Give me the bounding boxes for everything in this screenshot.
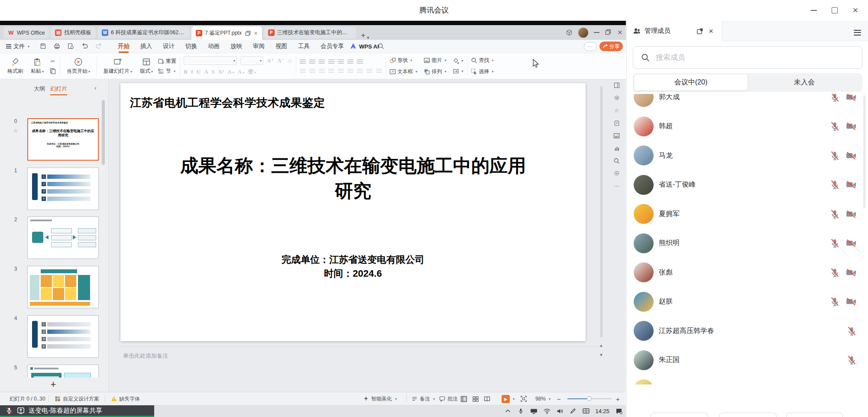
zoom-in-button[interactable]: + (616, 392, 620, 405)
reset-button[interactable]: 重置 (158, 58, 176, 65)
target-icon[interactable] (613, 170, 620, 177)
menu-item-0[interactable]: 开始 (118, 40, 130, 53)
play-from-page-button[interactable]: 当页开始▾ (64, 57, 93, 76)
paragraph-tool-icon[interactable] (338, 58, 344, 65)
print-preview-icon[interactable] (68, 43, 74, 50)
tab-list-icon[interactable]: ▾ (367, 36, 369, 40)
document-tab[interactable]: W6 科技成果鉴定书水印版0620(2).doc (97, 27, 190, 39)
wps-close-icon[interactable]: × (618, 28, 622, 37)
view-reading-icon[interactable] (483, 395, 491, 403)
slide-thumbnail-3[interactable] (27, 266, 99, 308)
mic-muted-icon[interactable] (829, 209, 840, 220)
paragraph-tool-icon[interactable] (319, 58, 325, 65)
tab-outline[interactable]: 大纲 (34, 85, 45, 93)
member-search-box[interactable] (633, 46, 862, 69)
member-list-scrollbar[interactable] (863, 95, 865, 208)
share-button[interactable]: 分享 (599, 42, 623, 51)
font-style-icon[interactable]: I (191, 68, 193, 75)
undo-icon[interactable] (81, 43, 88, 50)
mic-muted-icon[interactable] (829, 296, 840, 307)
mic-muted-icon[interactable] (846, 384, 857, 385)
font-style-icon[interactable]: B (184, 68, 188, 75)
slide-thumbnail-5[interactable] (27, 365, 99, 378)
member-row[interactable]: 夏拥军 (627, 204, 868, 224)
minimize-button[interactable] (804, 0, 824, 21)
new-slide-button[interactable]: 新建幻灯片▾ (100, 57, 135, 76)
paragraph-tool-icon[interactable] (319, 68, 325, 74)
member-row[interactable]: 朱正国 (627, 350, 868, 370)
zoom-level[interactable]: 98%▾ (535, 392, 551, 405)
member-row[interactable]: 赵朕 (627, 292, 868, 312)
design-scheme-button[interactable]: 自定义设计方案 (55, 392, 99, 405)
camera-off-icon[interactable] (845, 296, 857, 307)
lookup-icon[interactable] (613, 157, 620, 164)
mic-muted-icon[interactable] (846, 355, 857, 365)
menu-item-4[interactable]: 动画 (208, 40, 220, 53)
font-style-icon[interactable]: A (204, 68, 208, 75)
zoom-slider-knob[interactable] (587, 396, 592, 401)
paste-button[interactable]: 粘贴▾ (28, 57, 47, 76)
tray-clock[interactable]: 14:25 (595, 408, 609, 414)
font-style-icon[interactable]: X² (218, 68, 224, 75)
add-slide-button[interactable]: + (48, 379, 59, 390)
camera-off-icon[interactable] (845, 267, 857, 278)
paragraph-tool-icon[interactable] (357, 68, 363, 74)
previous-slide-icon[interactable]: ▴ (598, 343, 604, 349)
member-row[interactable]: 郭大成 (627, 94, 868, 107)
textbox-button[interactable]: A文本框▾ (389, 68, 418, 75)
tray-wifi-icon[interactable] (543, 407, 551, 415)
member-row[interactable]: 宗亮 (627, 379, 868, 385)
view-sorter-icon[interactable] (472, 395, 479, 403)
search-input[interactable] (655, 53, 839, 62)
layout-button[interactable]: 版式▾ (137, 57, 156, 76)
popout-icon[interactable] (696, 28, 703, 35)
member-row[interactable]: 江苏超高压韩学春 (627, 321, 868, 341)
arrange-button[interactable]: 排列▾ (424, 68, 447, 75)
member-row[interactable]: 张彪 (627, 262, 868, 282)
decrease-font-icon[interactable]: A⁻ (277, 57, 284, 64)
camera-off-icon[interactable] (845, 150, 857, 161)
close-button[interactable]: × (845, 0, 865, 21)
panel-tab-manage-members[interactable]: 管理成员 × (627, 21, 722, 41)
tray-ime-icon[interactable] (582, 407, 589, 415)
image-tool-icon[interactable] (613, 132, 620, 139)
tray-expand-icon[interactable] (504, 407, 512, 415)
slide-canvas[interactable]: 江苏省电机工程学会科学技术成果鉴定 成果名称：三维技术在输变电施工中的应用 研究… (120, 83, 586, 341)
menu-item-7[interactable]: 视图 (275, 40, 287, 53)
menu-item-3[interactable]: 切换 (185, 40, 197, 53)
panel-icon[interactable] (613, 82, 620, 89)
tray-pen-icon[interactable] (569, 407, 577, 415)
fit-screen-icon[interactable] (520, 395, 527, 403)
tab-not-joined[interactable]: 未入会 (748, 74, 861, 91)
zoom-out-button[interactable]: − (557, 392, 561, 405)
panel-menu-icon[interactable] (854, 28, 861, 37)
star-icon[interactable]: ☆ (613, 107, 620, 114)
notes-placeholder[interactable]: 单击此处添加备注 (123, 352, 168, 360)
slide-thumbnail-2[interactable] (27, 217, 99, 259)
paragraph-tool-icon[interactable] (338, 68, 344, 74)
document-tab[interactable]: WWPS Office (3, 27, 49, 39)
font-style-icon[interactable]: S (212, 68, 215, 75)
document-tab[interactable]: P7 鉴定PPT.pptx× (191, 26, 262, 40)
paragraph-tool-icon[interactable] (357, 58, 363, 65)
collapse-panel-icon[interactable]: ‹ (94, 84, 97, 91)
menu-item-9[interactable]: 会员专享 (321, 40, 344, 53)
clear-format-icon[interactable]: ◇ (288, 57, 292, 64)
wps-restore-icon[interactable] (605, 29, 612, 36)
print-icon[interactable] (54, 43, 61, 50)
tray-display-icon[interactable] (530, 407, 538, 415)
new-document-button[interactable]: + (361, 31, 366, 40)
notes-splitter[interactable] (120, 346, 599, 347)
save-icon[interactable] (40, 43, 47, 50)
paragraph-tool-icon[interactable] (309, 68, 315, 74)
thumbnail-scrollbar[interactable] (102, 100, 105, 165)
camera-off-icon[interactable] (845, 238, 857, 249)
gear-icon[interactable] (613, 94, 620, 101)
document-tab[interactable]: 稻找稻壳模板 (51, 27, 96, 39)
shape-button[interactable]: 形状▾ (389, 57, 418, 64)
panel-close-icon[interactable]: × (709, 27, 713, 35)
next-slide-icon[interactable]: ▾ (598, 352, 604, 358)
more-icon[interactable]: ⋯ (613, 182, 620, 189)
slidesize-button[interactable]: ▾ (453, 68, 463, 74)
mic-muted-icon[interactable] (846, 326, 857, 336)
